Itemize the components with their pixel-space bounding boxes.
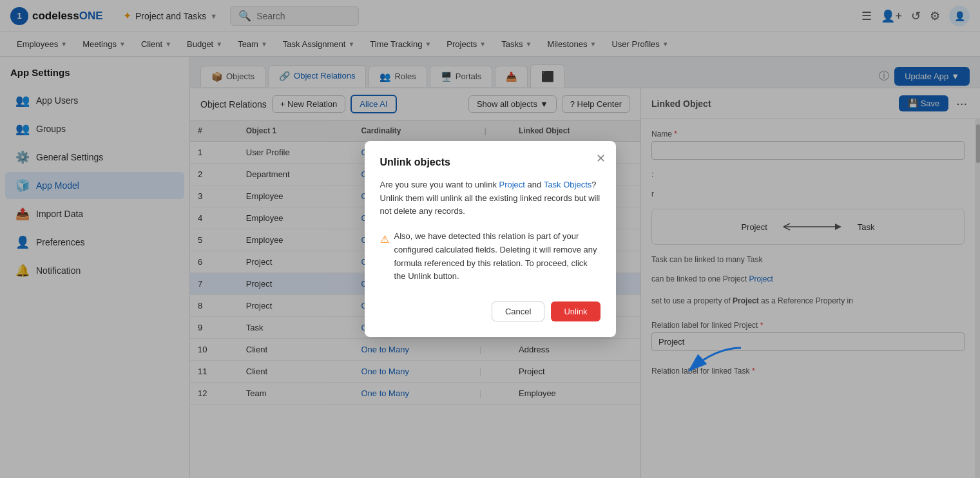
dialog-close-button[interactable]: ✕ <box>596 151 606 166</box>
dialog-warning-text: Also, we have detected this relation is … <box>394 230 600 283</box>
unlink-label: Unlink <box>564 307 587 316</box>
dialog-overlay: Unlink objects ✕ Are you sure you want t… <box>0 0 980 478</box>
dialog-obj1[interactable]: Project <box>499 180 525 189</box>
dialog-title: Unlink objects <box>380 157 600 168</box>
warning-row: ⚠ Also, we have detected this relation i… <box>380 225 600 289</box>
dialog-question-end: ? <box>591 180 596 189</box>
dialog-actions: Cancel Unlink <box>380 301 600 321</box>
unlink-dialog: Unlink objects ✕ Are you sure you want t… <box>365 141 616 338</box>
unlink-button[interactable]: Unlink <box>551 301 600 321</box>
cancel-button[interactable]: Cancel <box>492 301 544 321</box>
dialog-question: Are you sure you want to unlink Project … <box>380 178 600 218</box>
warning-icon: ⚠ <box>380 231 389 248</box>
dialog-body: Are you sure you want to unlink Project … <box>380 178 600 289</box>
dialog-question-part2: and <box>525 180 544 189</box>
cancel-label: Cancel <box>505 307 531 316</box>
dialog-info-line1: Unlink them will unlink all the existing… <box>380 193 600 216</box>
dialog-question-part1: Are you sure you want to unlink <box>380 180 499 189</box>
dialog-obj2[interactable]: Task Objects <box>544 180 591 189</box>
arrow-annotation-svg <box>677 341 754 380</box>
